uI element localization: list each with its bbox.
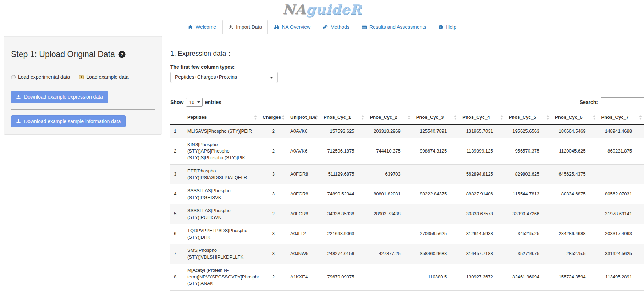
table-search: Search:: [580, 97, 644, 107]
cell-uniprot-id: A0AVK6: [287, 138, 320, 165]
column-header-peptides[interactable]: Peptides: [184, 110, 259, 125]
cell-peptide: SSSSLLAS[Phospho (STY)]PGHISVK: [184, 184, 259, 204]
sort-icon: [639, 115, 642, 120]
cell-phos-cyc-7: 31978.69141: [598, 204, 644, 224]
download-icon: [16, 94, 21, 99]
table-header-row: PeptidesChargesUniprot_IDsPhos_Cyc_1Phos…: [170, 110, 644, 125]
cell-phos-cyc-4: 131965.7031: [459, 125, 505, 138]
column-header-phos_cyc_2[interactable]: Phos_Cyc_2: [366, 110, 412, 125]
tab-help[interactable]: Help: [433, 20, 462, 34]
cell-phos-cyc-3: 358460.9688: [413, 244, 459, 264]
column-label: Phos_Cyc_3: [416, 115, 444, 120]
column-header-phos_cyc_6[interactable]: Phos_Cyc_6: [551, 110, 598, 125]
panel-title-text: Step 1: Upload Original Data: [11, 50, 115, 59]
tab-label: NA Overview: [282, 23, 310, 31]
column-header-phos_cyc_7[interactable]: Phos_Cyc_7: [598, 110, 644, 125]
cell-phos-cyc-6: 1120045.625: [551, 138, 598, 165]
cell-phos-cyc-4: 88827.91406: [459, 184, 505, 204]
table-row: 3EPT[Phospho (STY)]PSIASDISLPIATQELR3A0F…: [170, 165, 644, 184]
download-example-expression-data-button[interactable]: Download example expression data: [11, 91, 108, 103]
table-row: 8M[Acetyl (Protein N-term)]NPVYSPGSSGVPY…: [170, 264, 644, 291]
cell-uniprot-id: A0JNW5: [287, 244, 320, 264]
cell-phos-cyc-1: 712596.1875: [320, 138, 366, 165]
cell-phos-cyc-1: 248274.0156: [320, 244, 366, 264]
cell-phos-cyc-4: 312614.5938: [459, 224, 505, 244]
cell-charge: 3: [259, 184, 287, 204]
cell-phos-cyc-2: 203318.2969: [366, 125, 412, 138]
table-controls: Show 10 entries Search:: [170, 97, 644, 107]
button-label: Download example sample information data: [24, 118, 121, 125]
cell-phos-cyc-3: 80222.84375: [413, 184, 459, 204]
upload-original-data-panel: Step 1: Upload Original Data ? Load expe…: [4, 36, 162, 135]
panel-title: Step 1: Upload Original Data ?: [11, 50, 155, 59]
cell-row-number: 5: [170, 204, 184, 224]
cell-phos-cyc-5: 829802.625: [505, 165, 551, 184]
cell-charge: 2: [259, 204, 287, 224]
cell-peptide: SSSSLLAS[Phospho (STY)]PGHISVK: [184, 204, 259, 224]
column-header-rownum: [170, 110, 184, 125]
column-header-uniprot_ids[interactable]: Uniprot_IDs: [287, 110, 320, 125]
cell-row-number: 6: [170, 224, 184, 244]
cell-charge: 3: [259, 244, 287, 264]
column-header-phos_cyc_5[interactable]: Phos_Cyc_5: [505, 110, 551, 125]
column-header-charges[interactable]: Charges: [259, 110, 287, 125]
cell-uniprot-id: A0JLT2: [287, 224, 320, 244]
cell-phos-cyc-6: 285275.5: [551, 244, 598, 264]
tab-na-overview[interactable]: NA Overview: [268, 20, 316, 34]
cell-phos-cyc-3: [413, 204, 459, 224]
expression-data-heading: 1. Expression data：: [170, 49, 644, 58]
cell-phos-cyc-6: 284286.4688: [551, 224, 598, 244]
column-header-phos_cyc_1[interactable]: Phos_Cyc_1: [320, 110, 366, 125]
tab-welcome[interactable]: Welcome: [182, 20, 222, 34]
chevron-down-icon: [270, 77, 273, 79]
column-label: Uniprot_IDs: [290, 115, 317, 120]
cell-phos-cyc-4: 562894.8125: [459, 165, 505, 184]
cell-phos-cyc-2: 80801.82031: [366, 184, 412, 204]
cell-phos-cyc-5: 195625.6563: [505, 125, 551, 138]
tab-results-and-assessments[interactable]: Results and Assessments: [356, 20, 432, 34]
table-row: 2KINS[Phospho (STY)]APS[Phospho (STY)]S[…: [170, 138, 644, 165]
sort-icon: [254, 115, 257, 120]
column-types-label: The first few column types:: [170, 64, 644, 70]
cell-phos-cyc-3: 998674.3125: [413, 138, 459, 165]
page-length-control: Show 10 entries: [170, 98, 221, 107]
radio-load-experimental-data[interactable]: Load experimental data: [11, 74, 70, 80]
cell-row-number: 1: [170, 125, 184, 138]
radio-load-example-data[interactable]: Load example data: [79, 74, 128, 80]
cell-phos-cyc-3: 270359.5625: [413, 224, 459, 244]
cell-phos-cyc-4: 130927.3672: [459, 264, 505, 291]
cell-phos-cyc-2: [366, 264, 412, 291]
home-icon: [188, 24, 193, 30]
column-header-phos_cyc_4[interactable]: Phos_Cyc_4: [459, 110, 505, 125]
search-input[interactable]: [601, 97, 644, 107]
sort-icon: [315, 115, 318, 120]
column-types-select[interactable]: Peptides+Charges+Proteins: [170, 72, 278, 83]
cell-phos-cyc-5: 33390.47266: [505, 204, 551, 224]
cell-phos-cyc-3: [413, 165, 459, 184]
question-circle-icon[interactable]: ?: [118, 51, 126, 58]
column-header-phos_cyc_3[interactable]: Phos_Cyc_3: [413, 110, 459, 125]
cell-phos-cyc-4: 30830.67578: [459, 204, 505, 224]
cell-phos-cyc-5: 956570.375: [505, 138, 551, 165]
cell-phos-cyc-1: 157593.625: [320, 125, 366, 138]
cell-charge: 3: [259, 224, 287, 244]
tab-methods[interactable]: Methods: [317, 20, 355, 34]
radio-unselected-icon: [11, 75, 16, 79]
cell-phos-cyc-7: 148941.4688: [598, 125, 644, 138]
download-example-sample-information-data-button[interactable]: Download example sample information data: [11, 115, 126, 127]
app-logo: NAguideR: [0, 0, 644, 20]
cell-phos-cyc-7: 331924.5625: [598, 244, 644, 264]
cell-row-number: 8: [170, 264, 184, 291]
cell-uniprot-id: A0FGR8: [287, 184, 320, 204]
page-length-select[interactable]: 10: [186, 98, 202, 107]
tab-label: Methods: [330, 23, 349, 31]
cell-phos-cyc-2: 28903.73438: [366, 204, 412, 224]
tab-import-data[interactable]: Import Data: [222, 20, 268, 34]
cell-phos-cyc-5: 82461.96094: [505, 264, 551, 291]
cell-phos-cyc-2: 427877.25: [366, 244, 412, 264]
tab-label: Help: [446, 23, 456, 31]
cell-phos-cyc-1: 34336.85938: [320, 204, 366, 224]
cell-charge: 2: [259, 264, 287, 291]
sort-icon: [500, 115, 503, 120]
cell-row-number: 7: [170, 244, 184, 264]
